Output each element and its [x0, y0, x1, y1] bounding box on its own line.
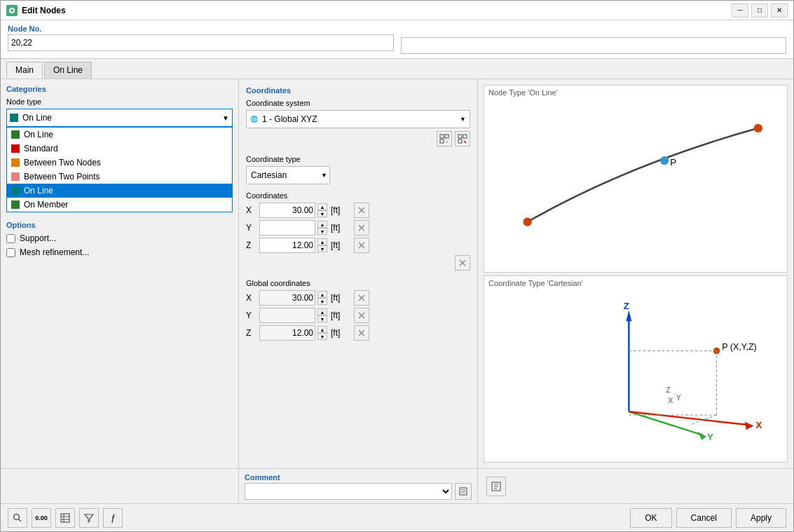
- right-panel: Node Type 'On Line' P Coordinate Type 'C…: [478, 79, 793, 468]
- svg-text:+: +: [446, 139, 449, 144]
- cancel-button[interactable]: Cancel: [676, 508, 732, 528]
- dropdown-item-between-two-points[interactable]: Between Two Points: [7, 170, 232, 184]
- node-type-dropdown-list: On Line Standard Between Two Nodes Betwe…: [6, 127, 233, 212]
- x-spin-down[interactable]: ▼: [317, 210, 327, 217]
- mesh-refinement-checkbox-item: Mesh refinement...: [6, 247, 233, 257]
- node-no-label: Node No.: [8, 25, 394, 33]
- categories-title: Categories: [6, 85, 233, 93]
- z-axis-label: Z: [624, 300, 629, 311]
- gy-spin-down[interactable]: ▼: [317, 315, 327, 322]
- gy-icon-btn[interactable]: [354, 308, 369, 323]
- number-tool-btn[interactable]: 0.00: [32, 508, 51, 528]
- coord-icon-btn-2[interactable]: [455, 131, 470, 146]
- coordinate-type-label: Coordinate type: [246, 155, 470, 163]
- cartesian-diagram: Coordinate Type 'Cartesian' Z Y X: [484, 275, 788, 463]
- tab-on-line[interactable]: On Line: [44, 62, 92, 79]
- gx-spin-down[interactable]: ▼: [317, 298, 327, 305]
- z-spin-down[interactable]: ▼: [317, 245, 327, 252]
- bottom-tools: 0.00 ƒ: [8, 508, 123, 528]
- main-content: Categories Node type On Line ▼ On Line: [1, 79, 793, 468]
- extra-icon-btn[interactable]: [455, 255, 470, 271]
- coords-label: Coordinates: [246, 191, 470, 200]
- maximize-button[interactable]: □: [751, 4, 768, 18]
- formula-tool-btn[interactable]: ƒ: [103, 508, 123, 528]
- gx-input[interactable]: [259, 290, 315, 306]
- dropdown-item-on-line[interactable]: On Line: [7, 184, 232, 198]
- y-spin-up[interactable]: ▲: [317, 221, 327, 228]
- tab-main[interactable]: Main: [6, 62, 43, 79]
- coordinates-section: Coordinates X ▲ ▼ [ft] Y: [246, 191, 470, 271]
- gx-unit: [ft]: [331, 293, 352, 303]
- coord-icon-btn-1[interactable]: +: [437, 131, 452, 146]
- y-arrow: [698, 432, 707, 440]
- gy-input[interactable]: [259, 308, 315, 323]
- svg-rect-2: [440, 135, 444, 138]
- mesh-refinement-checkbox[interactable]: [6, 248, 15, 257]
- comment-label: Comment: [245, 473, 472, 482]
- support-checkbox[interactable]: [6, 234, 15, 243]
- dropdown-label-between-two-points: Between Two Points: [24, 172, 100, 182]
- node-type-diagram: Node Type 'On Line' P: [484, 85, 788, 273]
- y-label: Y: [246, 223, 257, 233]
- gz-unit: [ft]: [331, 328, 352, 338]
- gz-label: Z: [246, 328, 257, 338]
- x-icon-btn[interactable]: [354, 203, 369, 218]
- svg-rect-4: [440, 139, 444, 143]
- gx-spin-up[interactable]: ▲: [317, 291, 327, 298]
- node-no-input[interactable]: [8, 34, 394, 51]
- dropdown-item-on-member[interactable]: On Member: [7, 198, 232, 212]
- comment-select[interactable]: [245, 483, 452, 500]
- search-tool-btn[interactable]: [8, 508, 27, 528]
- gx-icon-btn[interactable]: [354, 290, 369, 306]
- minimize-button[interactable]: ─: [732, 4, 748, 18]
- start-node-dot: [523, 217, 532, 226]
- small-y-label: Y: [676, 393, 681, 401]
- gz-input[interactable]: [259, 325, 315, 341]
- comment-input-wrapper: [245, 483, 472, 500]
- edit-nodes-window: Edit Nodes ─ □ ✕ Node No. Main On Line C…: [0, 0, 794, 532]
- node-no-right-input[interactable]: [401, 37, 787, 54]
- z-unit: [ft]: [331, 240, 352, 250]
- z-spinners: ▲ ▼: [317, 238, 329, 252]
- y-input[interactable]: [259, 220, 315, 236]
- z-icon-btn[interactable]: [354, 238, 369, 253]
- left-panel: Categories Node type On Line ▼ On Line: [1, 79, 239, 468]
- node-type-selected[interactable]: On Line ▼: [6, 109, 233, 127]
- bottom-bar: 0.00 ƒ OK Cancel Apply: [1, 503, 793, 531]
- comment-edit-btn[interactable]: [455, 483, 472, 500]
- table-tool-btn[interactable]: [55, 508, 75, 528]
- svg-rect-6: [458, 135, 462, 138]
- p-node-dot: [660, 156, 669, 165]
- coordinate-type-select[interactable]: Cartesian: [246, 166, 330, 184]
- coordinate-type-section: Coordinate type Cartesian ▼: [246, 155, 470, 184]
- x-spin-up[interactable]: ▲: [317, 203, 327, 210]
- coords-main-title: Coordinates: [246, 86, 470, 95]
- gz-spin-up[interactable]: ▲: [317, 326, 327, 333]
- dropdown-item-between-two-nodes[interactable]: Between Two Nodes: [7, 156, 232, 170]
- apply-button[interactable]: Apply: [736, 508, 786, 528]
- gz-spin-down[interactable]: ▼: [317, 333, 327, 340]
- dropdown-item-on-line-top[interactable]: On Line: [7, 128, 232, 142]
- coordinate-type-dropdown-wrapper: Cartesian ▼: [246, 166, 330, 184]
- z-input[interactable]: [259, 238, 315, 253]
- x-input[interactable]: [259, 203, 315, 218]
- p-y-dashed: [690, 415, 716, 425]
- gz-icon-btn[interactable]: [354, 325, 369, 341]
- dropdown-item-standard[interactable]: Standard: [7, 142, 232, 156]
- svg-point-1: [11, 9, 13, 12]
- support-label[interactable]: Support...: [20, 233, 56, 243]
- x-unit: [ft]: [331, 205, 352, 215]
- gy-spin-up[interactable]: ▲: [317, 308, 327, 315]
- y-icon-btn[interactable]: [354, 220, 369, 236]
- filter-tool-btn[interactable]: [79, 508, 99, 528]
- close-button[interactable]: ✕: [771, 4, 788, 18]
- gx-spinners: ▲ ▼: [317, 291, 329, 305]
- coordinate-system-label: Coordinate system: [246, 99, 470, 107]
- mesh-refinement-label[interactable]: Mesh refinement...: [20, 247, 89, 257]
- ok-button[interactable]: OK: [630, 508, 671, 528]
- note-btn[interactable]: [486, 477, 506, 496]
- y-spin-down[interactable]: ▼: [317, 228, 327, 235]
- coordinate-system-select[interactable]: 1 - Global XYZ: [246, 110, 470, 128]
- y-axis-label: Y: [707, 431, 713, 442]
- z-spin-up[interactable]: ▲: [317, 238, 327, 245]
